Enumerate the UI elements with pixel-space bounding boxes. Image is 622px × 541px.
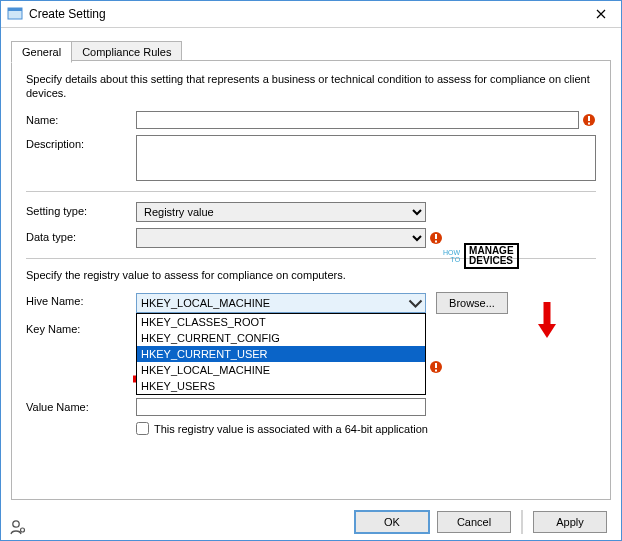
label-name: Name:: [26, 111, 136, 126]
64bit-checkbox[interactable]: [136, 422, 149, 435]
svg-rect-6: [435, 234, 437, 239]
svg-rect-7: [435, 240, 437, 242]
hive-option[interactable]: HKEY_CLASSES_ROOT: [137, 314, 425, 330]
hive-option[interactable]: HKEY_USERS: [137, 378, 425, 394]
dialog-buttons: OK Cancel Apply: [355, 510, 607, 534]
tabpanel-general: Specify details about this setting that …: [11, 60, 611, 500]
svg-rect-3: [588, 116, 590, 121]
intro-text: Specify details about this setting that …: [26, 73, 596, 101]
hive-option[interactable]: HKEY_CURRENT_CONFIG: [137, 330, 425, 346]
required-icon: [429, 231, 443, 245]
64bit-label: This registry value is associated with a…: [154, 423, 428, 435]
svg-point-11: [13, 521, 19, 527]
svg-rect-4: [588, 122, 590, 124]
app-icon: [7, 6, 23, 22]
tab-general[interactable]: General: [11, 41, 72, 63]
label-description: Description:: [26, 135, 136, 150]
label-key: Key Name:: [26, 320, 136, 335]
browse-button[interactable]: Browse...: [436, 292, 508, 314]
registry-intro: Specify the registry value to assess for…: [26, 269, 596, 283]
titlebar: Create Setting: [1, 1, 621, 28]
svg-rect-9: [435, 363, 437, 368]
label-hive: Hive Name:: [26, 292, 136, 307]
label-value: Value Name:: [26, 398, 136, 413]
chevron-down-icon: [408, 296, 423, 311]
setting-type-select[interactable]: Registry value: [136, 202, 426, 222]
watermark: HOW TO MANAGE DEVICES: [443, 243, 519, 269]
value-input[interactable]: [136, 398, 426, 416]
name-input[interactable]: [136, 111, 579, 129]
cancel-button[interactable]: Cancel: [437, 511, 511, 533]
client-area: General Compliance Rules Specify details…: [1, 27, 621, 540]
ok-button[interactable]: OK: [355, 511, 429, 533]
hive-option[interactable]: HKEY_CURRENT_USER: [137, 346, 425, 362]
hive-selected: HKEY_LOCAL_MACHINE: [141, 297, 270, 309]
persona-icon: [9, 518, 27, 536]
window-title: Create Setting: [29, 7, 106, 21]
svg-rect-10: [435, 370, 437, 372]
create-setting-window: Create Setting General Compliance Rules …: [0, 0, 622, 541]
close-button[interactable]: [581, 1, 621, 27]
apply-button[interactable]: Apply: [533, 511, 607, 533]
separator: [26, 191, 596, 192]
hive-combo[interactable]: HKEY_LOCAL_MACHINE HKEY_CLASSES_ROOT HKE…: [136, 293, 426, 313]
label-setting-type: Setting type:: [26, 202, 136, 217]
svg-point-12: [21, 528, 25, 532]
required-icon: [582, 113, 596, 127]
required-icon: [429, 360, 443, 374]
label-data-type: Data type:: [26, 228, 136, 243]
data-type-select[interactable]: [136, 228, 426, 248]
hive-dropdown-list: HKEY_CLASSES_ROOT HKEY_CURRENT_CONFIG HK…: [136, 313, 426, 395]
description-input[interactable]: [136, 135, 596, 181]
svg-rect-1: [8, 8, 22, 11]
hive-option[interactable]: HKEY_LOCAL_MACHINE: [137, 362, 425, 378]
